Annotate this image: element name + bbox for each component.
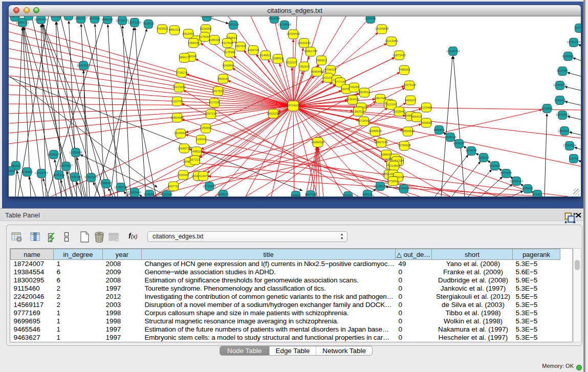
svg-text:10046726: 10046726 [178,147,191,150]
svg-text:17957223: 17957223 [84,176,98,179]
svg-text:1054339: 1054339 [188,41,200,45]
svg-text:212160: 212160 [386,103,396,106]
svg-text:8226058: 8226058 [200,27,212,30]
svg-text:2867608: 2867608 [235,45,247,48]
svg-text:15720407: 15720407 [357,119,371,122]
svg-text:1362615: 1362615 [298,65,310,68]
svg-text:12975115: 12975115 [403,83,416,86]
svg-text:1135682: 1135682 [21,170,33,173]
svg-text:3824514: 3824514 [359,91,371,94]
svg-text:8427552: 8427552 [212,90,224,93]
svg-text:242501: 242501 [343,194,353,196]
svg-text:2803144: 2803144 [217,77,229,80]
svg-text:9777169: 9777169 [335,80,346,83]
svg-text:16782759: 16782759 [114,186,127,189]
svg-text:16210643: 16210643 [556,113,569,116]
svg-text:13325419: 13325419 [287,32,300,35]
svg-text:975692: 975692 [388,180,398,183]
svg-text:9457791: 9457791 [168,185,180,188]
svg-text:6794028: 6794028 [325,68,337,71]
svg-text:16154838: 16154838 [375,27,388,30]
svg-text:17359928: 17359928 [69,151,82,154]
svg-text:7632621: 7632621 [489,164,501,167]
svg-text:9115460: 9115460 [421,106,432,109]
svg-text:1640954: 1640954 [433,128,445,132]
svg-text:878067: 878067 [24,16,33,17]
svg-text:2935114: 2935114 [478,156,490,159]
svg-text:18807249: 18807249 [375,141,388,144]
svg-text:15692971: 15692971 [558,129,571,133]
svg-text:19756928: 19756928 [398,144,411,147]
svg-text:1314867: 1314867 [388,164,400,167]
svg-text:9245011: 9245011 [144,193,155,196]
svg-text:989617: 989617 [179,56,189,59]
svg-text:7357224: 7357224 [228,23,239,26]
svg-text:917008: 917008 [209,101,219,104]
svg-text:9860124: 9860124 [169,28,181,31]
svg-text:1353594: 1353594 [200,126,212,129]
svg-text:10025463: 10025463 [393,110,406,113]
svg-text:19166827: 19166827 [174,132,187,135]
svg-text:906414: 906414 [411,115,422,118]
svg-text:2646130: 2646130 [9,16,21,18]
svg-text:8813054: 8813054 [269,17,280,20]
svg-text:12213363: 12213363 [172,85,186,89]
svg-text:118342: 118342 [197,138,206,141]
svg-text:1588520: 1588520 [272,57,284,60]
svg-text:12213963: 12213963 [385,39,398,42]
svg-text:10853257: 10853257 [74,17,88,20]
svg-text:976401: 976401 [532,193,542,196]
svg-text:12923446: 12923446 [128,191,141,194]
svg-text:9327508: 9327508 [222,41,233,45]
svg-text:8186328: 8186328 [209,38,221,41]
svg-text:944811: 944811 [291,194,301,196]
svg-text:1057350: 1057350 [50,16,62,18]
svg-text:8471676: 8471676 [500,171,512,174]
svg-text:12093872: 12093872 [553,83,567,86]
svg-text:16033809: 16033809 [200,16,213,18]
svg-text:111739: 111739 [575,26,581,29]
svg-text:39159: 39159 [9,169,14,172]
svg-text:9699695: 9699695 [421,121,432,124]
svg-text:9463627: 9463627 [405,99,417,102]
svg-text:8990448: 8990448 [311,70,323,73]
svg-text:357223: 357223 [190,158,200,161]
svg-text:3175685: 3175685 [224,51,236,54]
svg-text:116753: 116753 [569,157,579,160]
svg-text:17016504: 17016504 [563,144,577,147]
svg-text:1733426: 1733426 [398,187,410,190]
svg-text:19654923: 19654923 [401,129,415,133]
svg-text:20691406: 20691406 [34,18,48,21]
svg-text:1010755: 1010755 [171,100,183,103]
svg-text:2087682: 2087682 [365,17,377,20]
svg-text:16648784: 16648784 [446,50,460,53]
svg-text:18300295: 18300295 [267,112,280,115]
svg-text:10688609: 10688609 [368,129,382,133]
svg-text:8912954: 8912954 [183,32,194,35]
svg-text:8122900: 8122900 [161,193,173,196]
svg-text:1498223: 1498223 [191,150,203,153]
svg-text:12942757: 12942757 [35,171,48,174]
svg-text:19384554: 19384554 [311,141,325,144]
svg-text:9245652: 9245652 [522,187,534,190]
svg-text:6879197: 6879197 [453,142,465,145]
svg-text:9474444: 9474444 [466,149,477,152]
svg-text:6966160: 6966160 [102,18,114,21]
svg-text:13640910: 13640910 [297,41,311,45]
svg-text:746266: 746266 [349,85,359,89]
svg-text:9227343: 9227343 [557,69,569,72]
svg-text:8322037: 8322037 [286,61,298,64]
svg-text:908133: 908133 [362,193,372,196]
svg-text:16136141: 16136141 [374,185,387,188]
svg-text:2718176: 2718176 [176,71,188,74]
svg-text:20206576: 20206576 [47,153,60,156]
svg-text:20364436: 20364436 [346,98,359,101]
svg-text:1244415: 1244415 [554,99,566,102]
svg-text:1527602: 1527602 [89,17,101,20]
svg-text:9329966: 9329966 [562,55,574,58]
svg-text:20053346: 20053346 [77,64,90,67]
svg-text:10654112: 10654112 [510,180,522,183]
svg-text:8454749: 8454749 [248,49,259,52]
svg-text:1390311: 1390311 [353,110,364,113]
svg-text:10719155: 10719155 [116,19,129,22]
